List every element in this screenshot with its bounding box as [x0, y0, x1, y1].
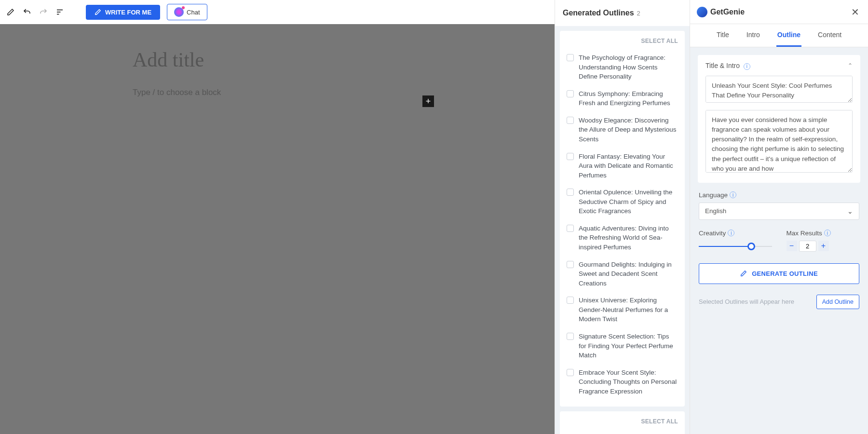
edit-icon[interactable]	[6, 7, 15, 17]
genie-header: GetGenie ✕	[690, 0, 868, 24]
section-title: Title & Intro i	[705, 62, 750, 70]
genie-logo-icon	[697, 7, 707, 17]
getgenie-panel: GetGenie ✕ Title Intro Outline Content T…	[690, 0, 868, 434]
chevron-down-icon: ⌄	[847, 207, 853, 215]
checkbox[interactable]	[567, 225, 574, 232]
chevron-up-icon[interactable]: ⌃	[848, 62, 853, 69]
checkbox[interactable]	[567, 297, 574, 304]
max-results-value[interactable]	[799, 241, 816, 252]
info-icon[interactable]: i	[728, 230, 734, 236]
tab-intro[interactable]: Intro	[746, 24, 761, 47]
stepper-plus[interactable]: +	[818, 241, 829, 251]
max-results-label: Max Results i	[787, 230, 860, 237]
creativity-slider[interactable]	[699, 242, 772, 251]
checkbox[interactable]	[567, 90, 574, 97]
outline-item[interactable]: Floral Fantasy: Elevating Your Aura with…	[567, 148, 678, 184]
checkbox[interactable]	[567, 369, 574, 376]
write-for-me-label: WRITE FOR ME	[105, 9, 151, 16]
post-title-input[interactable]: Add title	[133, 48, 422, 71]
outlines-count: 2	[637, 10, 640, 17]
outline-item[interactable]: Unisex Universe: Exploring Gender-Neutra…	[567, 292, 678, 328]
close-icon[interactable]: ✕	[849, 4, 861, 20]
checkbox[interactable]	[567, 333, 574, 340]
write-for-me-button[interactable]: WRITE FOR ME	[86, 5, 160, 20]
checkbox[interactable]	[567, 153, 574, 160]
info-icon[interactable]: i	[824, 230, 831, 236]
outline-item[interactable]: Oriental Opulence: Unveiling the Seducti…	[567, 184, 678, 220]
select-all-button[interactable]: SELECT ALL	[567, 38, 678, 44]
checkbox[interactable]	[567, 54, 574, 61]
outline-set-1: SELECT ALL The Psychology of Fragrance: …	[560, 31, 685, 407]
outline-item[interactable]: Woodsy Elegance: Discovering the Allure …	[567, 112, 678, 148]
outlines-header: Generated Outlines 2	[555, 0, 690, 26]
outline-item[interactable]: Citrus Symphony: Embracing Fresh and Ene…	[567, 85, 678, 112]
language-label: Language i	[699, 191, 859, 199]
details-icon[interactable]	[55, 7, 65, 17]
intro-textarea[interactable]	[705, 110, 853, 173]
language-select[interactable]: English ⌄	[699, 203, 859, 220]
editor-area: WRITE FOR ME Chat Add title Type / to ch…	[0, 0, 555, 434]
select-all-button[interactable]: SELECT ALL	[567, 418, 678, 425]
info-icon[interactable]: i	[744, 63, 750, 70]
chat-label: Chat	[187, 9, 200, 16]
outlines-panel: Generated Outlines 2 SELECT ALL The Psyc…	[555, 0, 690, 434]
checkbox[interactable]	[567, 261, 574, 268]
title-input[interactable]	[705, 76, 853, 103]
outline-item[interactable]: Discovering the Essence of	[567, 430, 678, 434]
info-icon[interactable]: i	[730, 191, 736, 198]
genie-tabs: Title Intro Outline Content	[690, 24, 868, 47]
generate-outline-button[interactable]: GENERATE OUTLINE	[699, 263, 859, 284]
add-outline-button[interactable]: Add Outline	[816, 295, 859, 309]
outline-item[interactable]: Embrace Your Scent Style: Concluding Tho…	[567, 364, 678, 400]
tab-title[interactable]: Title	[716, 24, 730, 47]
chat-avatar-icon	[174, 7, 184, 17]
block-placeholder[interactable]: Type / to choose a block	[133, 88, 422, 97]
main-toolbar: WRITE FOR ME Chat	[0, 0, 555, 24]
max-results-stepper: − +	[787, 241, 860, 252]
outlines-list[interactable]: SELECT ALL The Psychology of Fragrance: …	[555, 26, 690, 434]
undo-icon[interactable]	[22, 7, 32, 17]
tab-outline[interactable]: Outline	[776, 24, 801, 47]
stepper-minus[interactable]: −	[787, 241, 797, 251]
creativity-label: Creativity i	[699, 230, 772, 237]
chat-button[interactable]: Chat	[167, 4, 207, 20]
outline-set-2: SELECT ALL Discovering the Essence of	[560, 411, 685, 434]
outline-item[interactable]: Aquatic Adventures: Diving into the Refr…	[567, 220, 678, 256]
title-intro-section: Title & Intro i ⌃	[698, 55, 860, 183]
genie-body: Title & Intro i ⌃ Language i English ⌄ C…	[690, 47, 868, 434]
add-block-button[interactable]: +	[422, 95, 434, 107]
outline-item[interactable]: Gourmand Delights: Indulging in Sweet an…	[567, 256, 678, 292]
genie-logo: GetGenie	[697, 7, 745, 17]
tab-content[interactable]: Content	[817, 24, 842, 47]
redo-icon[interactable]	[39, 7, 48, 17]
checkbox[interactable]	[567, 117, 574, 124]
outline-item[interactable]: Signature Scent Selection: Tips for Find…	[567, 328, 678, 364]
checkbox[interactable]	[567, 189, 574, 196]
outline-item[interactable]: The Psychology of Fragrance: Understandi…	[567, 49, 678, 85]
editor-canvas[interactable]: Add title Type / to choose a block +	[0, 24, 555, 434]
selected-outlines-placeholder: Selected Outlines will Appear here	[699, 298, 794, 305]
